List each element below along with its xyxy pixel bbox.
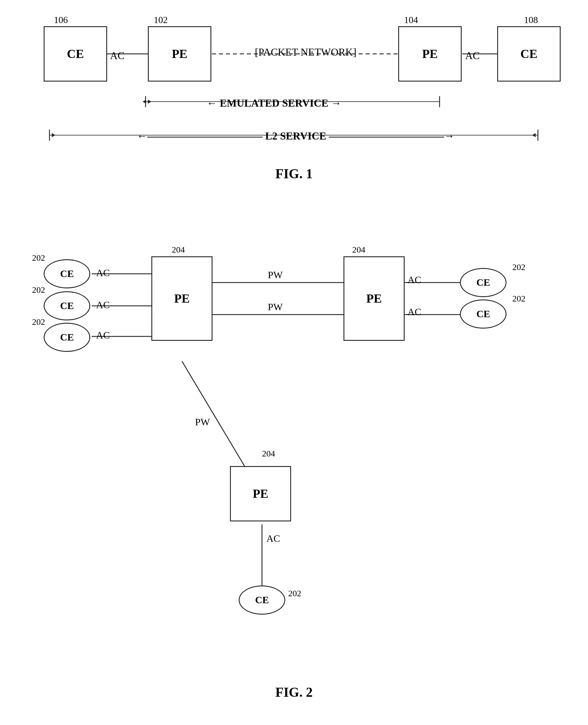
fig2-ac-right1-label: AC [407,275,421,285]
fig2-pw-mid-label: PW [268,301,282,313]
fig2-diagram: 202 202 202 CE CE CE AC AC AC 204 PE PW … [23,227,565,682]
ce-tl3-ellipse: CE [44,323,90,352]
fig1-diagram: 106 102 104 108 CE AC PE [PACKET NETWORK… [26,15,562,160]
fig1-pe-right-box: PE [398,26,462,82]
fig2-ac2-label: AC [96,299,110,310]
fig2-pe-right-box: PE [343,256,405,341]
page: 106 102 104 108 CE AC PE [PACKET NETWORK… [0,0,588,725]
ce-tl1-ellipse: CE [44,259,90,288]
fig1-ce-left-box: CE [44,26,107,82]
fig1-ac-right: AC [465,49,480,62]
ref-202-tr2: 202 [512,294,525,303]
ref-202-tl1: 202 [32,253,45,263]
fig2-pe-bottom-box: PE [230,466,291,521]
svg-marker-10 [148,100,151,104]
ref-106: 106 [54,15,68,25]
ce-tl2-ellipse: CE [44,291,90,320]
fig2-section: 202 202 202 CE CE CE AC AC AC 204 PE PW … [23,227,565,700]
ce-bottom-ellipse: CE [239,585,285,615]
packet-network-label: [PACKET NETWORK] [224,46,387,58]
ref-202-tl3: 202 [32,317,45,327]
ref-202-bottom: 202 [288,588,301,598]
ce-tr2-ellipse: CE [460,299,506,328]
fig1-ce-right-box: CE [497,26,561,82]
fig1-pe-left-box: PE [148,26,211,82]
ref-204-left: 204 [172,245,185,255]
l2-service-label: ←——————————— L2 SERVICE ———————————→ [137,130,455,142]
svg-marker-12 [52,133,55,137]
ref-108: 108 [524,15,538,25]
svg-marker-11 [143,100,146,104]
ref-104: 104 [404,15,418,25]
emulated-service-label: ← EMULATED SERVICE → [207,97,341,109]
fig2-pw-top-label: PW [268,269,282,281]
svg-marker-13 [532,133,536,137]
ref-204-bottom: 204 [262,448,275,459]
ref-204-right: 204 [352,245,365,255]
svg-line-21 [182,361,245,466]
fig2-pw-vert-label: PW [195,417,210,428]
ref-202-tl2: 202 [32,285,45,295]
fig1-caption: FIG. 1 [23,166,565,181]
fig2-ac-bottom-label: AC [266,533,280,544]
fig2-ac1-label: AC [96,267,110,279]
fig2-caption: FIG. 2 [23,685,565,700]
fig1-section: 106 102 104 108 CE AC PE [PACKET NETWORK… [23,15,565,181]
ce-tr1-ellipse: CE [460,268,506,297]
fig2-pe-left-box: PE [151,256,212,341]
fig1-ac-left: AC [110,49,125,62]
fig2-ac3-label: AC [96,330,110,341]
fig2-ac-right2-label: AC [407,306,421,318]
ref-202-tr1: 202 [512,262,525,272]
ref-102: 102 [154,15,168,25]
